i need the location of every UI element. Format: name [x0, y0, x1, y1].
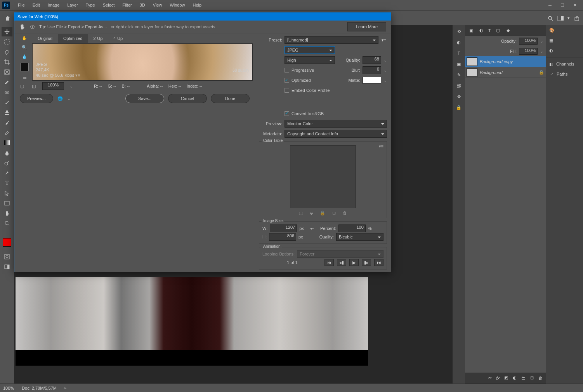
hand-icon[interactable] — [19, 24, 25, 30]
history-icon[interactable]: ⟲ — [456, 28, 462, 35]
quality-field[interactable]: 68 — [363, 56, 381, 64]
adj-icon[interactable]: ◐ — [478, 28, 484, 34]
layer-row-active[interactable]: Background copy — [465, 56, 546, 67]
dialog-eyedrop-icon[interactable]: 💧 — [21, 54, 28, 60]
done-button[interactable]: Done — [211, 94, 250, 103]
optimized-checkbox[interactable] — [285, 78, 289, 83]
menu-layer[interactable]: Layer — [63, 0, 82, 10]
menu-help[interactable]: Help — [189, 0, 206, 10]
color-table[interactable] — [290, 145, 356, 208]
hand-tool[interactable] — [2, 209, 12, 218]
color-panel-icon[interactable]: 🎨 — [546, 25, 583, 35]
brush-panel-icon[interactable]: ✎ — [456, 72, 462, 78]
ct-icon[interactable]: ⬚ — [299, 211, 303, 216]
fill-field[interactable]: 100% — [519, 48, 538, 55]
dialog-zoom-icon[interactable]: 🔍 — [21, 44, 28, 50]
menu-edit[interactable]: Edit — [29, 0, 44, 10]
eraser-tool[interactable] — [2, 128, 12, 137]
quality-mode-select[interactable]: High — [285, 56, 335, 64]
more-tools[interactable]: ⋯ — [5, 230, 9, 235]
zoom-select[interactable]: 100% — [42, 82, 64, 90]
gradient-tool[interactable] — [2, 138, 12, 147]
metadata-select[interactable]: Copyright and Contact Info — [285, 130, 387, 138]
menu-image[interactable]: Image — [44, 0, 64, 10]
layer-row[interactable]: Background 🔒 — [465, 67, 546, 78]
brush-tool[interactable] — [2, 98, 12, 107]
properties-icon[interactable]: ◐ — [546, 45, 583, 55]
link-layers-icon[interactable]: ⚯ — [488, 375, 491, 380]
home-button[interactable] — [3, 14, 12, 23]
shape-filter-icon[interactable]: ▢ — [495, 28, 501, 34]
last-frame-button[interactable]: ⏭ — [374, 259, 383, 266]
history-brush-tool[interactable] — [2, 118, 12, 127]
blur-tool[interactable] — [2, 148, 12, 157]
type-filter-icon[interactable]: T — [488, 28, 491, 33]
ct-icon[interactable]: ⬙ — [310, 211, 313, 216]
foreground-color-swatch[interactable] — [3, 238, 11, 247]
rectangle-tool[interactable] — [2, 199, 12, 208]
dodge-tool[interactable] — [2, 158, 12, 168]
menu-file[interactable]: File — [14, 0, 29, 10]
preview-image[interactable]: JPEG 247,4K 46 sec @ 56.6 Kbps ▾≡ 68 qua… — [32, 43, 253, 81]
menu-type[interactable]: Type — [82, 0, 99, 10]
quick-mask[interactable] — [2, 252, 12, 261]
paths-tab[interactable]: ⟋ Paths — [546, 69, 583, 79]
swatches-icon[interactable]: ▦ — [546, 35, 583, 45]
blur-field[interactable]: 0 — [363, 66, 381, 74]
tab-4up[interactable]: 4-Up — [108, 34, 128, 43]
color-table-menu-icon[interactable]: ▾≡ — [379, 144, 383, 149]
menu-select[interactable]: Select — [99, 0, 119, 10]
group-icon[interactable]: 🗀 — [521, 376, 526, 380]
search-icon[interactable] — [547, 15, 554, 21]
cancel-button[interactable]: Cancel — [168, 94, 207, 103]
dialog-hand-icon[interactable]: ✋ — [21, 35, 28, 41]
embed-profile-checkbox[interactable] — [285, 88, 289, 93]
type-tool[interactable]: T — [2, 178, 12, 188]
adjustment-layer-icon[interactable]: ◐ — [513, 375, 517, 380]
prev-frame-button[interactable]: ◂▮ — [337, 259, 346, 266]
next-frame-button[interactable]: ▮▸ — [362, 259, 371, 266]
workspace-icon[interactable] — [557, 15, 564, 21]
share-icon[interactable] — [574, 15, 580, 21]
lock-icon[interactable]: 🔒 — [456, 104, 462, 111]
window-maximize[interactable]: ☐ — [557, 2, 568, 9]
adjustments-icon[interactable]: ◐ — [456, 39, 462, 45]
new-layer-icon[interactable]: ⊞ — [530, 375, 534, 380]
height-field[interactable]: 806 — [269, 233, 296, 241]
play-button[interactable]: ▶ — [349, 259, 359, 266]
healing-tool[interactable] — [2, 88, 12, 97]
tab-original[interactable]: Original — [32, 34, 58, 43]
first-frame-button[interactable]: ⏮ — [324, 259, 334, 266]
path-select-tool[interactable] — [2, 188, 12, 198]
link-icon[interactable]: ⛓ — [456, 83, 462, 89]
frame-tool[interactable] — [2, 67, 12, 77]
menu-filter[interactable]: Filter — [118, 0, 135, 10]
crop-tool[interactable] — [2, 57, 12, 67]
preset-select[interactable]: [Unnamed] — [285, 36, 378, 44]
save-button[interactable]: Save... — [125, 94, 164, 103]
preview-button[interactable]: Preview... — [20, 94, 53, 103]
opacity-field[interactable]: 100% — [519, 38, 538, 45]
screen-mode[interactable] — [2, 262, 12, 271]
ct-lock-icon[interactable]: 🔒 — [320, 211, 325, 216]
preview-select[interactable]: Monitor Color — [285, 120, 387, 128]
tab-optimized[interactable]: Optimized — [58, 34, 88, 43]
actions-icon[interactable]: ▣ — [456, 61, 462, 67]
menu-window[interactable]: Window — [166, 0, 189, 10]
fx-icon[interactable]: fx — [496, 376, 500, 380]
smart-filter-icon[interactable]: ◆ — [505, 28, 511, 34]
toggle-slices-icon[interactable]: ◫ — [31, 83, 37, 89]
ct-trash-icon[interactable]: 🗑 — [343, 211, 347, 216]
browser-icon[interactable]: 🌐 — [57, 95, 63, 102]
dialog-color-swatch[interactable] — [20, 63, 29, 71]
menu-view[interactable]: View — [149, 0, 166, 10]
resample-select[interactable]: Bicubic — [336, 233, 383, 241]
preset-menu-icon[interactable]: ▾≡ — [381, 37, 387, 43]
dialog-slice-icon[interactable]: ▭ — [21, 74, 28, 81]
window-minimize[interactable]: ─ — [544, 2, 556, 9]
width-field[interactable]: 1207 — [270, 224, 297, 232]
move-icon[interactable]: ✥ — [456, 93, 462, 100]
toggle-slice-icon[interactable]: ▢ — [19, 83, 25, 89]
type-panel-icon[interactable]: T — [456, 50, 462, 56]
marquee-tool[interactable] — [2, 37, 12, 47]
